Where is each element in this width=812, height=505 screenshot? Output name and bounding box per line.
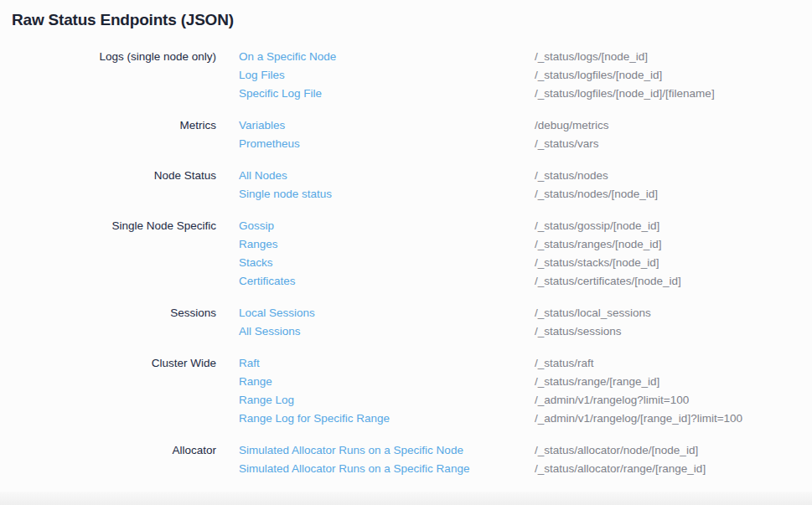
endpoint-link[interactable]: Ranges	[239, 235, 535, 254]
endpoint-group: Node Status All Nodes /_status/nodes Sin…	[0, 167, 812, 204]
endpoint-row: Ranges /_status/ranges/[node_id]	[216, 235, 812, 254]
endpoint-link[interactable]: Range Log	[239, 391, 535, 410]
endpoint-path: /_status/allocator/range/[range_id]	[535, 460, 812, 478]
endpoint-link[interactable]: Single node status	[239, 185, 535, 204]
endpoint-link[interactable]: Gossip	[239, 217, 535, 235]
bottom-strip	[0, 492, 812, 505]
endpoint-link[interactable]: Certificates	[239, 272, 535, 291]
endpoint-path: /_status/gossip/[node_id]	[535, 217, 812, 235]
endpoint-row: All Nodes /_status/nodes	[216, 167, 812, 185]
endpoint-link[interactable]: On a Specific Node	[239, 48, 535, 66]
endpoint-row: Range /_status/range/[range_id]	[216, 373, 812, 391]
endpoint-row: Local Sessions /_status/local_sessions	[216, 304, 812, 322]
endpoint-row: Stacks /_status/stacks/[node_id]	[216, 254, 812, 272]
endpoint-link[interactable]: Variables	[239, 116, 535, 135]
endpoint-row: Certificates /_status/certificates/[node…	[216, 272, 812, 291]
endpoint-group: Metrics Variables /debug/metrics Prometh…	[0, 116, 812, 153]
endpoint-group: Sessions Local Sessions /_status/local_s…	[0, 304, 812, 341]
endpoint-path: /debug/metrics	[535, 116, 812, 135]
endpoint-path: /_status/allocator/node/[node_id]	[535, 441, 812, 460]
endpoint-link[interactable]: Raft	[239, 354, 535, 373]
page-title: Raw Status Endpoints (JSON)	[0, 0, 812, 29]
endpoint-path: /_status/range/[range_id]	[535, 373, 812, 391]
entry-list: Variables /debug/metrics Prometheus /_st…	[216, 116, 812, 153]
endpoint-link[interactable]: All Sessions	[239, 322, 535, 341]
endpoint-path: /_status/nodes/[node_id]	[535, 185, 812, 204]
category-label: Allocator	[0, 441, 216, 460]
category-label: Metrics	[0, 116, 216, 135]
endpoint-row: Variables /debug/metrics	[216, 116, 812, 135]
endpoint-link[interactable]: Prometheus	[239, 135, 535, 153]
entry-list: All Nodes /_status/nodes Single node sta…	[216, 167, 812, 204]
endpoint-path: /_status/nodes	[535, 167, 812, 185]
endpoint-link[interactable]: Range Log for Specific Range	[239, 410, 535, 428]
category-label: Single Node Specific	[0, 217, 216, 235]
endpoint-path: /_status/raft	[535, 354, 812, 373]
endpoint-group: Allocator Simulated Allocator Runs on a …	[0, 441, 812, 478]
endpoint-row: Gossip /_status/gossip/[node_id]	[216, 217, 812, 235]
endpoint-link[interactable]: Stacks	[239, 254, 535, 272]
endpoint-link[interactable]: Log Files	[239, 66, 535, 85]
category-label: Cluster Wide	[0, 354, 216, 373]
endpoint-row: All Sessions /_status/sessions	[216, 322, 812, 341]
entry-list: Local Sessions /_status/local_sessions A…	[216, 304, 812, 341]
entry-list: Raft /_status/raft Range /_status/range/…	[216, 354, 812, 428]
endpoint-link[interactable]: Simulated Allocator Runs on a Specific R…	[239, 460, 535, 478]
endpoint-group: Logs (single node only) On a Specific No…	[0, 48, 812, 103]
endpoint-path: /_status/stacks/[node_id]	[535, 254, 812, 272]
endpoint-row: Raft /_status/raft	[216, 354, 812, 373]
endpoint-link[interactable]: Specific Log File	[239, 85, 535, 103]
endpoint-path: /_status/certificates/[node_id]	[535, 272, 812, 291]
endpoint-table: Logs (single node only) On a Specific No…	[0, 48, 812, 478]
entry-list: On a Specific Node /_status/logs/[node_i…	[216, 48, 812, 103]
category-label: Sessions	[0, 304, 216, 322]
endpoint-path: /_status/logs/[node_id]	[535, 48, 812, 66]
endpoint-row: Log Files /_status/logfiles/[node_id]	[216, 66, 812, 85]
entry-list: Simulated Allocator Runs on a Specific N…	[216, 441, 812, 478]
endpoint-row: Simulated Allocator Runs on a Specific N…	[216, 441, 812, 460]
category-label: Node Status	[0, 167, 216, 185]
endpoint-link[interactable]: Simulated Allocator Runs on a Specific N…	[239, 441, 535, 460]
endpoint-path: /_admin/v1/rangelog/[range_id]?limit=100	[535, 410, 812, 428]
endpoint-path: /_status/vars	[535, 135, 812, 153]
endpoint-path: /_status/ranges/[node_id]	[535, 235, 812, 254]
debug-page: Raw Status Endpoints (JSON) Logs (single…	[0, 0, 812, 505]
endpoint-path: /_admin/v1/rangelog?limit=100	[535, 391, 812, 410]
endpoint-row: Range Log for Specific Range /_admin/v1/…	[216, 410, 812, 428]
endpoint-path: /_status/logfiles/[node_id]	[535, 66, 812, 85]
entry-list: Gossip /_status/gossip/[node_id] Ranges …	[216, 217, 812, 291]
endpoint-group: Single Node Specific Gossip /_status/gos…	[0, 217, 812, 291]
endpoint-link[interactable]: Range	[239, 373, 535, 391]
endpoint-row: Prometheus /_status/vars	[216, 135, 812, 153]
endpoint-row: On a Specific Node /_status/logs/[node_i…	[216, 48, 812, 66]
category-label: Logs (single node only)	[0, 48, 216, 66]
endpoint-path: /_status/logfiles/[node_id]/[filename]	[535, 85, 812, 103]
endpoint-row: Specific Log File /_status/logfiles/[nod…	[216, 85, 812, 103]
endpoint-row: Range Log /_admin/v1/rangelog?limit=100	[216, 391, 812, 410]
endpoint-row: Single node status /_status/nodes/[node_…	[216, 185, 812, 204]
endpoint-group: Cluster Wide Raft /_status/raft Range /_…	[0, 354, 812, 428]
endpoint-link[interactable]: Local Sessions	[239, 304, 535, 322]
endpoint-link[interactable]: All Nodes	[239, 167, 535, 185]
endpoint-row: Simulated Allocator Runs on a Specific R…	[216, 460, 812, 478]
endpoint-path: /_status/local_sessions	[535, 304, 812, 322]
endpoint-path: /_status/sessions	[535, 322, 812, 341]
